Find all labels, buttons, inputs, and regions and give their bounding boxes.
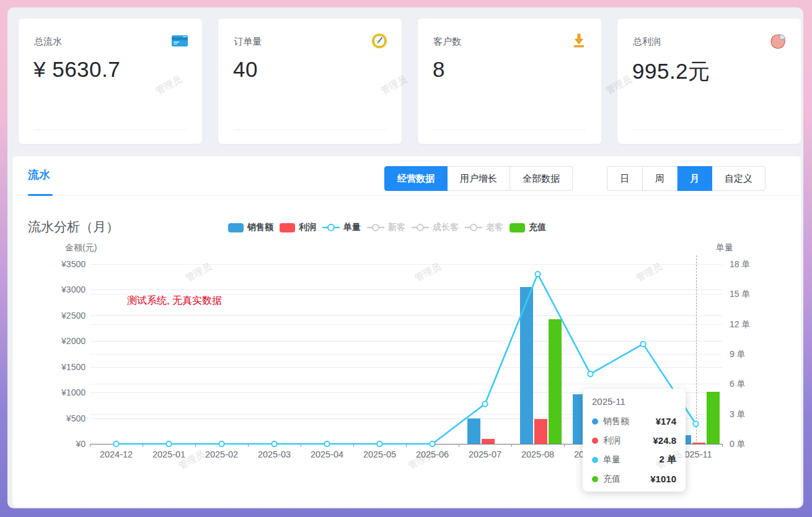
stat-card-value: 40 [233, 57, 258, 82]
legend-label: 利润 [299, 222, 316, 233]
bar-充值 [549, 319, 562, 444]
tooltip-series-value: ¥1010 [650, 474, 676, 484]
left-axis-tick-label: ¥1500 [48, 362, 86, 372]
download-arrow-icon [570, 32, 588, 50]
button-all-data[interactable]: 全部数据 [510, 166, 573, 191]
flow-panel: 流水 经营数据 用户增长 全部数据 日 周 月 自定义 流水分析（月） 销售额利… [12, 156, 801, 507]
x-axis-label: 2025-02 [195, 449, 249, 459]
tooltip-series-label: 利润 [603, 435, 620, 446]
tooltip-series-label: 单量 [603, 454, 620, 466]
legend-item-成长客[interactable]: 成长客 [412, 222, 459, 233]
bar-销售额 [467, 418, 480, 444]
x-axis-tick [90, 444, 90, 447]
x-axis-label: 2025-08 [511, 449, 565, 459]
right-axis-tick-label: 12 单 [730, 319, 767, 330]
stat-card-label: 客户数 [433, 36, 461, 48]
bar-充值 [707, 392, 720, 444]
tab-flow[interactable]: 流水 [28, 167, 50, 182]
card-divider [234, 130, 386, 130]
legend-item-销售额[interactable]: 销售额 [228, 222, 273, 233]
card-divider [433, 130, 586, 130]
gridline-left [90, 367, 722, 368]
pie-chart-icon [770, 32, 787, 50]
legend-item-新客[interactable]: 新客 [367, 222, 405, 233]
left-axis-tick-label: ¥3000 [48, 285, 86, 294]
tooltip-series-value: 2 单 [659, 454, 676, 466]
right-axis-tick-label: 9 单 [730, 349, 767, 360]
stat-card-label: 总流水 [34, 36, 62, 48]
right-axis-tick-label: 15 单 [730, 289, 767, 300]
legend-label: 销售额 [247, 222, 273, 233]
clock-icon [371, 32, 388, 50]
x-axis-label: 2025-01 [143, 449, 196, 459]
gridline-right [90, 354, 722, 355]
gridline-left [90, 289, 722, 290]
chart-tooltip: 2025-11销售额¥174利润¥24.8单量2 单充值¥1010 [583, 389, 686, 492]
legend-marker [412, 223, 429, 232]
left-axis-name: 金额(元) [65, 242, 97, 254]
legend-item-充值[interactable]: 充值 [510, 222, 546, 233]
right-axis-tick-label: 3 单 [730, 409, 767, 420]
legend-marker [322, 223, 340, 232]
flow-chart: 金额(元) 单量 测试系统, 无真实数据 ¥0¥500¥1000¥1500¥20… [12, 240, 801, 505]
dashboard-page: 总流水 ¥ 5630.7 订单量 [7, 7, 803, 508]
stat-card-total-profit: 总利润 995.2元 [617, 19, 801, 144]
legend-item-利润[interactable]: 利润 [280, 222, 316, 233]
legend-marker [367, 223, 384, 232]
gridline-right [90, 324, 722, 325]
legend-label: 老客 [486, 222, 503, 233]
stat-card-customer-count: 客户数 8 [418, 19, 601, 144]
tabbar: 流水 经营数据 用户增长 全部数据 日 周 月 自定义 [12, 156, 801, 196]
tab-active-underline [28, 194, 53, 196]
card-divider [633, 130, 785, 130]
gridline-right [90, 264, 722, 265]
tooltip-title: 2025-11 [592, 396, 676, 407]
line-marker [535, 272, 540, 276]
legend-label: 充值 [529, 222, 546, 233]
credit-card-icon [171, 32, 188, 50]
tooltip-series-dot [592, 438, 598, 444]
legend-marker [465, 223, 482, 232]
tooltip-series-dot [592, 476, 598, 482]
left-axis-tick-label: ¥1000 [48, 387, 86, 397]
x-axis-tick [143, 444, 143, 447]
tooltip-series-label: 充值 [603, 474, 620, 485]
line-marker [588, 371, 593, 376]
legend-label: 新客 [388, 222, 405, 233]
right-axis-name: 单量 [716, 242, 733, 254]
line-marker [640, 342, 645, 347]
x-axis-label: 2025-03 [248, 449, 301, 459]
button-user-growth[interactable]: 用户增长 [448, 166, 510, 191]
legend-marker [228, 223, 244, 232]
left-axis-tick-label: ¥0 [48, 439, 86, 449]
chart-legend: 销售额利润单量新客成长客老客充值 [228, 222, 546, 233]
x-axis-tick [564, 444, 565, 447]
tooltip-series-label: 销售额 [603, 416, 629, 427]
button-week[interactable]: 周 [643, 166, 677, 191]
tooltip-series-value: ¥24.8 [653, 435, 676, 446]
legend-marker [280, 223, 295, 232]
button-day[interactable]: 日 [607, 166, 643, 191]
legend-label: 单量 [343, 222, 361, 233]
gridline-left [90, 316, 722, 316]
button-custom[interactable]: 自定义 [712, 166, 766, 191]
x-axis-tick [353, 444, 354, 447]
left-axis-tick-label: ¥2000 [48, 336, 86, 346]
left-axis-tick-label: ¥500 [48, 413, 86, 423]
period-button-group: 日 周 月 自定义 [607, 166, 766, 191]
legend-item-老客[interactable]: 老客 [465, 222, 503, 233]
x-axis-tick [248, 444, 249, 447]
button-business-data[interactable]: 经营数据 [384, 166, 448, 191]
tooltip-series-dot [592, 457, 598, 463]
stat-card-label: 总利润 [633, 36, 661, 48]
bar-销售额 [520, 287, 533, 444]
tooltip-row: 充值¥1010 [592, 469, 676, 488]
x-axis-label: 2025-06 [406, 449, 459, 459]
x-axis-tick [511, 444, 512, 447]
legend-item-单量[interactable]: 单量 [322, 222, 361, 233]
button-month[interactable]: 月 [677, 166, 712, 191]
window-frame: 总流水 ¥ 5630.7 订单量 [0, 0, 812, 517]
tooltip-series-value: ¥174 [656, 416, 676, 426]
gridline-left [90, 341, 722, 342]
x-axis-tick [406, 444, 407, 447]
